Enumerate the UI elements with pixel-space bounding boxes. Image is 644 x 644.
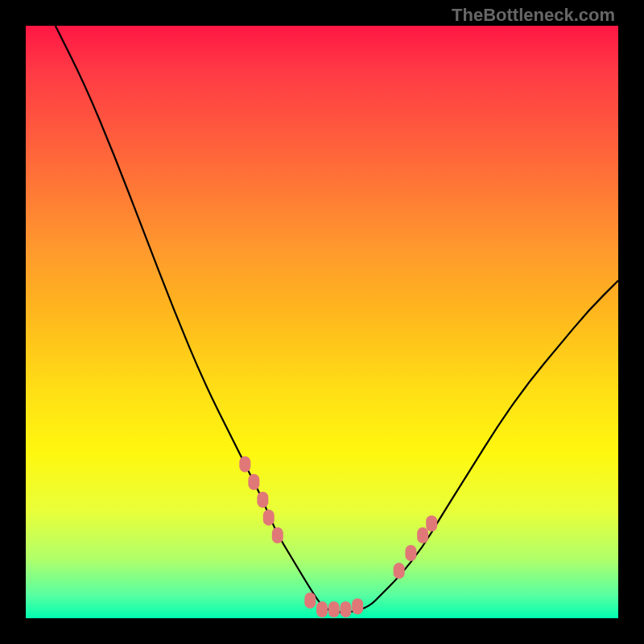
chart-container: TheBottleneck.com bbox=[0, 0, 644, 644]
highlight-marker bbox=[394, 563, 405, 579]
attribution-text: TheBottleneck.com bbox=[452, 5, 615, 26]
highlight-marker bbox=[263, 510, 275, 526]
highlight-marker bbox=[316, 601, 328, 617]
bottleneck-curve bbox=[56, 26, 618, 613]
highlight-marker bbox=[352, 598, 363, 614]
highlight-marker bbox=[239, 456, 250, 473]
chart-svg bbox=[26, 26, 618, 618]
highlight-marker bbox=[304, 592, 316, 609]
highlight-marker bbox=[405, 545, 416, 561]
highlight-marker bbox=[426, 515, 437, 531]
highlight-marker bbox=[328, 601, 340, 617]
marker-layer bbox=[239, 456, 437, 617]
curve-layer bbox=[56, 26, 618, 613]
highlight-marker bbox=[248, 474, 259, 490]
highlight-marker bbox=[417, 527, 428, 543]
highlight-marker bbox=[257, 492, 268, 508]
highlight-marker bbox=[272, 527, 283, 543]
highlight-marker bbox=[340, 601, 351, 617]
plot-area bbox=[26, 26, 618, 618]
